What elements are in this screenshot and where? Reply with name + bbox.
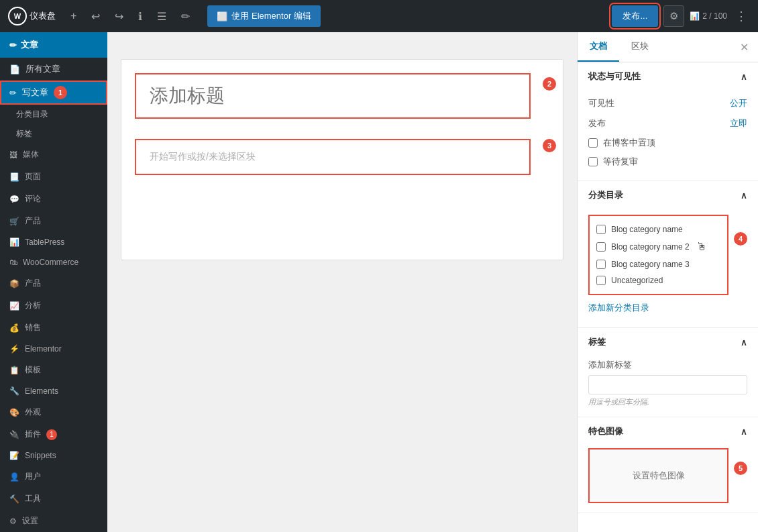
section-featured-image: 特色图像 ∧ 设置特色图像 5: [578, 417, 758, 513]
tags-section-header[interactable]: 标签 ∧: [578, 328, 758, 356]
sidebar-item-snippets[interactable]: 📝 Snippets: [0, 445, 107, 466]
publish-button[interactable]: 发布...: [612, 5, 658, 27]
media-icon: 🖼: [9, 150, 17, 160]
info-button[interactable]: ℹ: [134, 7, 146, 25]
sidebar-item-woocommerce[interactable]: 🛍 WooCommerce: [0, 252, 107, 272]
elements-label: Elements: [25, 386, 58, 396]
categories-title: 分类目录: [588, 189, 623, 201]
visibility-chevron: ∧: [741, 72, 747, 82]
sidebar-item-analytics[interactable]: 📈 分析: [0, 295, 107, 317]
tab-document[interactable]: 文档: [578, 32, 619, 62]
sidebar-item-tools[interactable]: 🔨 工具: [0, 488, 107, 510]
visibility-section-header[interactable]: 状态与可见性 ∧: [578, 62, 758, 91]
featured-image-chevron: ∧: [741, 427, 747, 437]
sidebar-item-appearance[interactable]: 🎨 外观: [0, 401, 107, 423]
step1-badge: 1: [54, 86, 67, 99]
posts-section-icon: ✏: [9, 40, 17, 50]
panel-header: 文档 区块 ✕: [578, 32, 758, 62]
featured-image-box[interactable]: 设置特色图像: [588, 448, 728, 503]
step5-badge: 5: [734, 462, 747, 475]
pages-icon: 📃: [9, 172, 19, 182]
appearance-label: 外观: [25, 407, 41, 418]
sidebar-item-tags[interactable]: 标签: [0, 124, 107, 144]
content-area[interactable]: 开始写作或按/来选择区块: [135, 139, 531, 175]
plugins-icon: 🔌: [9, 430, 19, 439]
category-checkbox-1[interactable]: [596, 225, 606, 234]
cursor-icon: 🖱: [696, 241, 707, 253]
category-checkbox-uncategorized[interactable]: [596, 276, 606, 285]
add-category-link[interactable]: 添加新分类目录: [588, 298, 747, 318]
pending-review-row: 等待复审: [588, 152, 747, 171]
sidebar-item-users[interactable]: 👤 用户: [0, 466, 107, 488]
panel-close-button[interactable]: ✕: [730, 34, 758, 60]
settings-gear-button[interactable]: ⚙: [663, 5, 684, 27]
sticky-post-checkbox[interactable]: [588, 138, 598, 148]
admin-logo[interactable]: W 仪表盘: [8, 7, 56, 25]
sidebar-item-sales[interactable]: 💰 销售: [0, 317, 107, 339]
templates-icon: 📋: [9, 366, 19, 375]
templates-label: 模板: [25, 364, 41, 376]
plugins-label: 插件: [25, 429, 41, 440]
categories-section-header[interactable]: 分类目录 ∧: [578, 181, 758, 209]
sidebar-item-settings[interactable]: ⚙ 设置: [0, 510, 107, 532]
sidebar-item-write-post[interactable]: ✏ 写文章 1: [0, 81, 107, 105]
undo-button[interactable]: ↩: [87, 7, 104, 25]
woocommerce-label: WooCommerce: [23, 258, 78, 267]
categories-content: Blog category name Blog category name 2 …: [578, 209, 758, 327]
comments-icon: 💬: [9, 195, 19, 204]
posts-section-label: 文章: [21, 39, 38, 51]
title-area[interactable]: [135, 73, 531, 119]
sales-icon: 💰: [9, 323, 19, 333]
sidebar-item-tablepress[interactable]: 📊 TablePress: [0, 232, 107, 252]
category-row-uncategorized: Uncategorized: [596, 272, 720, 288]
redo-button[interactable]: ↪: [111, 7, 127, 25]
category-row-3: Blog category name 3: [596, 256, 720, 272]
sidebar-section-posts[interactable]: ✏ 文章: [0, 32, 107, 58]
publish-value[interactable]: 立即: [730, 117, 747, 129]
sidebar-item-elements[interactable]: 🔧 Elements: [0, 381, 107, 401]
visibility-row: 可见性 公开: [588, 93, 747, 113]
elementor-sidebar-label: Elementor: [25, 344, 62, 354]
title-input[interactable]: [150, 85, 516, 107]
edit-button[interactable]: ✏: [177, 7, 194, 25]
toolbar-right: 发布... ⚙ 📊 2 / 100 ⋮: [612, 5, 750, 27]
more-options-button[interactable]: ⋮: [733, 6, 750, 26]
top-toolbar: W 仪表盘 + ↩ ↪ ℹ ☰ ✏ ⬜ 使用 Elementor 编辑 发布..…: [0, 0, 758, 32]
sidebar-item-templates[interactable]: 📋 模板: [0, 359, 107, 381]
sidebar-item-media[interactable]: 🖼 媒体: [0, 144, 107, 166]
visibility-value[interactable]: 公开: [730, 97, 747, 109]
word-count: 📊 2 / 100: [690, 11, 727, 21]
sidebar-item-products1[interactable]: 🛒 产品: [0, 210, 107, 232]
users-icon: 👤: [9, 472, 19, 482]
sidebar-item-all-posts[interactable]: 📄 所有文章: [0, 58, 107, 81]
category-checkbox-2[interactable]: [596, 242, 606, 252]
tools-label: 工具: [25, 493, 41, 504]
visibility-content: 可见性 公开 发布 立即 在博客中置顶 等待复审: [578, 91, 758, 180]
woocommerce-icon: 🛍: [9, 258, 17, 267]
sidebar-item-products2[interactable]: 📦 产品: [0, 272, 107, 295]
list-button[interactable]: ☰: [153, 7, 170, 25]
tab-blocks[interactable]: 区块: [619, 32, 661, 62]
sidebar-item-plugins[interactable]: 🔌 插件 1: [0, 423, 107, 445]
pending-review-checkbox[interactable]: [588, 157, 598, 166]
sidebar-item-pages[interactable]: 📃 页面: [0, 166, 107, 188]
sidebar-item-elementor[interactable]: ⚡ Elementor: [0, 339, 107, 359]
all-posts-label: 所有文章: [25, 63, 60, 75]
write-post-label: 写文章: [22, 87, 48, 99]
settings-icon: ⚙: [9, 517, 17, 526]
analytics-icon: 📈: [9, 301, 19, 311]
elementor-edit-button[interactable]: ⬜ 使用 Elementor 编辑: [207, 5, 320, 27]
categories-chevron: ∧: [741, 191, 747, 201]
wp-icon: W: [8, 7, 27, 25]
category-checkbox-3[interactable]: [596, 260, 606, 269]
step2-badge: 2: [543, 77, 556, 91]
sidebar-item-comments[interactable]: 💬 评论: [0, 188, 107, 210]
featured-image-section-header[interactable]: 特色图像 ∧: [578, 417, 758, 445]
step4-badge: 4: [734, 232, 747, 246]
add-button[interactable]: +: [66, 7, 80, 25]
tag-input[interactable]: [588, 375, 747, 394]
analytics-label: 分析: [25, 300, 41, 311]
publish-label: 发布: [588, 117, 606, 129]
sidebar-item-categories[interactable]: 分类目录: [0, 105, 107, 124]
category-label-3: Blog category name 3: [611, 260, 690, 269]
